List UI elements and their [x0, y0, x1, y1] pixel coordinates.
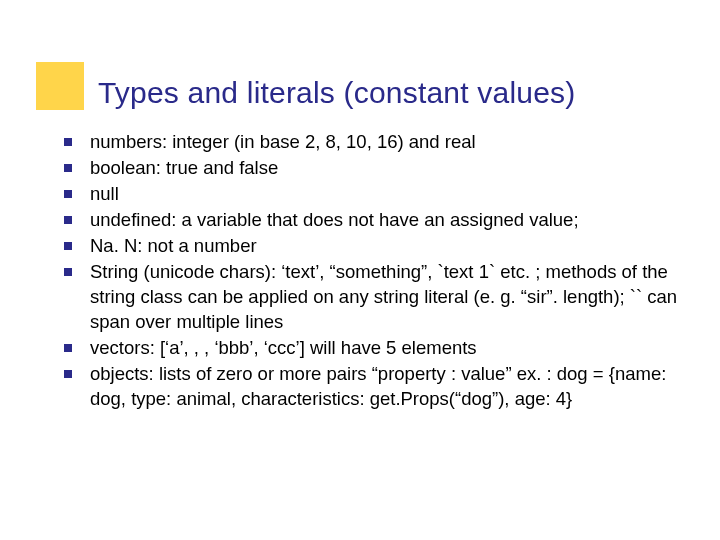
list-item: vectors: [‘a’, , , ‘bbb’, ‘ccc’] will ha…: [64, 336, 680, 361]
bullet-icon: [64, 216, 72, 224]
bullet-text: vectors: [‘a’, , , ‘bbb’, ‘ccc’] will ha…: [90, 336, 477, 361]
bullet-text: numbers: integer (in base 2, 8, 10, 16) …: [90, 130, 476, 155]
list-item: boolean: true and false: [64, 156, 680, 181]
slide-title: Types and literals (constant values): [98, 76, 575, 110]
bullet-text: undefined: a variable that does not have…: [90, 208, 579, 233]
bullet-text: objects: lists of zero or more pairs “pr…: [90, 362, 680, 412]
bullet-text: Na. N: not a number: [90, 234, 257, 259]
slide-body: numbers: integer (in base 2, 8, 10, 16) …: [64, 130, 680, 413]
list-item: numbers: integer (in base 2, 8, 10, 16) …: [64, 130, 680, 155]
bullet-text: null: [90, 182, 119, 207]
bullet-icon: [64, 138, 72, 146]
bullet-icon: [64, 190, 72, 198]
bullet-icon: [64, 164, 72, 172]
bullet-icon: [64, 268, 72, 276]
list-item: String (unicode chars): ‘text’, “somethi…: [64, 260, 680, 335]
list-item: Na. N: not a number: [64, 234, 680, 259]
bullet-text: String (unicode chars): ‘text’, “somethi…: [90, 260, 680, 335]
list-item: undefined: a variable that does not have…: [64, 208, 680, 233]
bullet-text: boolean: true and false: [90, 156, 278, 181]
bullet-icon: [64, 242, 72, 250]
bullet-icon: [64, 344, 72, 352]
bullet-icon: [64, 370, 72, 378]
slide: Types and literals (constant values) num…: [0, 0, 720, 540]
list-item: objects: lists of zero or more pairs “pr…: [64, 362, 680, 412]
list-item: null: [64, 182, 680, 207]
title-accent-block: [36, 62, 84, 110]
